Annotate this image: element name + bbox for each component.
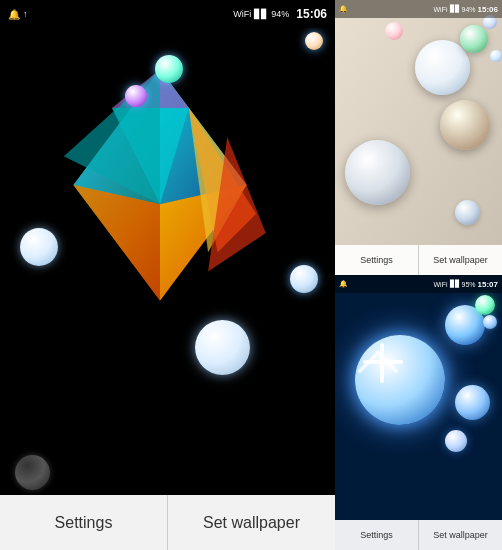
wifi-icon: WiFi bbox=[233, 9, 251, 19]
statusbar-rt-left-icons: 🔔 bbox=[339, 5, 348, 13]
signal-icon: ▊▊ bbox=[254, 9, 268, 19]
gem-purple-left bbox=[125, 85, 147, 107]
statusbar-right-bottom: 🔔 WiFi ▊▊ 95% 15:07 bbox=[335, 275, 502, 293]
rb-wifi-icon: WiFi bbox=[434, 281, 448, 288]
upload-icon: ↑ bbox=[23, 9, 28, 19]
rt-alarm-icon: 🔔 bbox=[339, 5, 348, 13]
statusbar-left: 🔔 ↑ WiFi ▊▊ 94% 15:06 bbox=[0, 0, 335, 28]
gem-right-mid bbox=[290, 265, 318, 293]
gem-rt-large bbox=[415, 40, 470, 95]
rb-signal-icon: ▊▊ bbox=[450, 280, 460, 288]
rt-time: 15:06 bbox=[478, 5, 498, 14]
left-bottom-buttons: Settings Set wallpaper bbox=[0, 495, 335, 550]
gem-large-bottom bbox=[195, 320, 250, 375]
gem-rb-tiny-tr bbox=[483, 315, 497, 329]
statusbar-rb-left: 🔔 bbox=[339, 280, 348, 288]
gem-teal-left bbox=[155, 55, 183, 83]
crystal-svg bbox=[50, 60, 270, 310]
settings-button-rb[interactable]: Settings bbox=[335, 520, 419, 550]
right-bottom-buttons: Settings Set wallpaper bbox=[335, 520, 502, 550]
statusbar-right-top: 🔔 WiFi ▊▊ 94% 15:06 bbox=[335, 0, 502, 18]
setwallpaper-button-rb[interactable]: Set wallpaper bbox=[419, 520, 502, 550]
right-top-preview: 🔔 WiFi ▊▊ 94% 15:06 Settings Set wallpap… bbox=[335, 0, 502, 275]
right-top-buttons: Settings Set wallpaper bbox=[335, 245, 502, 275]
gem-rt-pink bbox=[385, 22, 403, 40]
statusbar-left-icons: 🔔 ↑ bbox=[8, 9, 28, 20]
statusbar-rb-right: WiFi ▊▊ 95% 15:07 bbox=[434, 280, 498, 289]
rt-battery: 94% bbox=[462, 6, 476, 13]
rt-wifi-icon: WiFi bbox=[434, 6, 448, 13]
statusbar-rt-right: WiFi ▊▊ 94% 15:06 bbox=[434, 5, 498, 14]
settings-button-rt[interactable]: Settings bbox=[335, 245, 419, 275]
right-bottom-preview: 🔔 WiFi ▊▊ 95% 15:07 Settings Set wallpap… bbox=[335, 275, 502, 550]
rb-time: 15:07 bbox=[478, 280, 498, 289]
gem-rb-small-rm bbox=[445, 430, 467, 452]
gem-rt-green bbox=[460, 25, 488, 53]
rt-signal-icon: ▊▊ bbox=[450, 5, 460, 13]
gem-rb-small-green bbox=[475, 295, 495, 315]
left-wallpaper bbox=[0, 0, 335, 550]
statusbar-right-icons: WiFi ▊▊ 94% 15:06 bbox=[233, 7, 327, 21]
rb-icon: 🔔 bbox=[339, 280, 348, 288]
svg-marker-3 bbox=[73, 185, 160, 300]
gem-rt-tiny bbox=[490, 50, 502, 62]
set-wallpaper-button-left[interactable]: Set wallpaper bbox=[168, 495, 335, 550]
gem-top-right bbox=[305, 32, 323, 50]
gem-small-bottomleft bbox=[15, 455, 50, 490]
gem-rt-brown bbox=[440, 100, 490, 150]
time-left: 15:06 bbox=[296, 7, 327, 21]
settings-button-left[interactable]: Settings bbox=[0, 495, 168, 550]
setwallpaper-button-rt[interactable]: Set wallpaper bbox=[419, 245, 502, 275]
gem-rt-bottomright bbox=[455, 200, 480, 225]
left-preview-panel: 🔔 ↑ WiFi ▊▊ 94% 15:06 Settings Set wallp… bbox=[0, 0, 335, 550]
battery-text: 94% bbox=[271, 9, 289, 19]
right-panel: 🔔 WiFi ▊▊ 94% 15:06 Settings Set wallpap… bbox=[335, 0, 502, 550]
gem-rt-grey bbox=[345, 140, 410, 205]
alarm-icon: 🔔 bbox=[8, 9, 20, 20]
gem-rb-large-blue bbox=[355, 335, 445, 425]
gem-white-left bbox=[20, 228, 58, 266]
gem-rb-med-right bbox=[455, 385, 490, 420]
rb-battery: 95% bbox=[462, 281, 476, 288]
